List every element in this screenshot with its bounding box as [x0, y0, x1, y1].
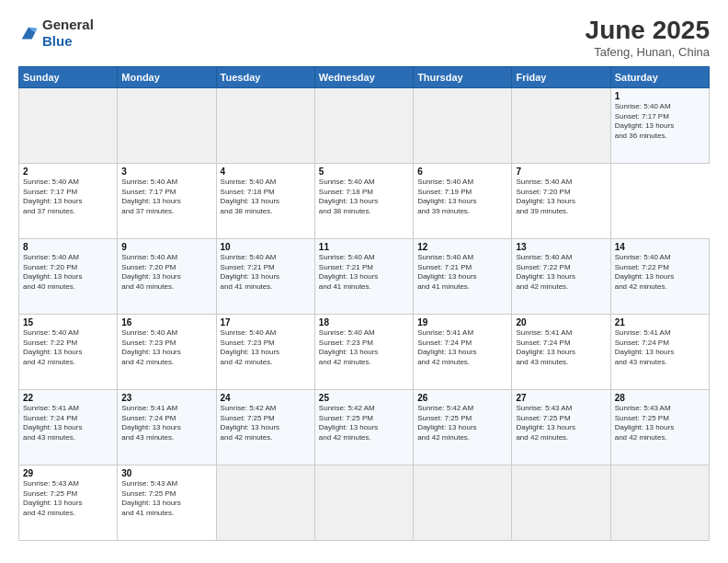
day-number: 24	[221, 393, 311, 403]
day-number: 6	[417, 167, 507, 177]
col-friday: Friday	[512, 66, 610, 87]
day-number: 13	[516, 242, 606, 252]
cell-0-3	[314, 87, 413, 163]
day-info: Sunrise: 5:43 AM Sunset: 7:25 PM Dayligh…	[121, 479, 211, 519]
cell-2-3: 11Sunrise: 5:40 AM Sunset: 7:21 PM Dayli…	[314, 238, 413, 314]
calendar-table: Sunday Monday Tuesday Wednesday Thursday…	[18, 66, 710, 541]
cell-4-6: 28Sunrise: 5:43 AM Sunset: 7:25 PM Dayli…	[610, 389, 709, 465]
col-monday: Monday	[118, 66, 216, 87]
day-info: Sunrise: 5:40 AM Sunset: 7:23 PM Dayligh…	[221, 328, 311, 368]
cell-4-2: 24Sunrise: 5:42 AM Sunset: 7:25 PM Dayli…	[216, 389, 314, 465]
week-row-6: 29Sunrise: 5:43 AM Sunset: 7:25 PM Dayli…	[19, 465, 710, 540]
day-number: 2	[23, 167, 113, 177]
cell-3-0: 15Sunrise: 5:40 AM Sunset: 7:22 PM Dayli…	[19, 314, 118, 389]
title-block: June 2025 Tafeng, Hunan, China	[586, 17, 710, 59]
day-number: 18	[319, 317, 409, 327]
cell-3-6: 21Sunrise: 5:41 AM Sunset: 7:24 PM Dayli…	[610, 314, 709, 389]
day-info: Sunrise: 5:41 AM Sunset: 7:24 PM Dayligh…	[417, 328, 507, 368]
day-info: Sunrise: 5:40 AM Sunset: 7:21 PM Dayligh…	[221, 253, 311, 293]
cell-2-0: 8Sunrise: 5:40 AM Sunset: 7:20 PM Daylig…	[19, 238, 118, 314]
logo-icon	[18, 23, 39, 43]
day-info: Sunrise: 5:40 AM Sunset: 7:21 PM Dayligh…	[319, 253, 409, 293]
day-info: Sunrise: 5:42 AM Sunset: 7:25 PM Dayligh…	[417, 404, 507, 443]
cell-2-6: 14Sunrise: 5:40 AM Sunset: 7:22 PM Dayli…	[610, 238, 709, 314]
day-number: 22	[23, 393, 113, 403]
day-number: 7	[516, 167, 606, 177]
cell-0-0	[19, 87, 118, 163]
day-number: 20	[516, 317, 606, 327]
cell-5-5	[512, 465, 610, 540]
day-number: 10	[221, 242, 311, 252]
day-number: 4	[221, 167, 311, 177]
logo: General Blue	[18, 17, 94, 50]
week-row-5: 22Sunrise: 5:41 AM Sunset: 7:24 PM Dayli…	[19, 389, 710, 465]
day-info: Sunrise: 5:40 AM Sunset: 7:20 PM Dayligh…	[23, 253, 113, 293]
header: General Blue June 2025 Tafeng, Hunan, Ch…	[18, 17, 710, 59]
cell-1-1: 3Sunrise: 5:40 AM Sunset: 7:17 PM Daylig…	[118, 163, 216, 238]
day-number: 9	[121, 242, 211, 252]
cell-3-4: 19Sunrise: 5:41 AM Sunset: 7:24 PM Dayli…	[414, 314, 512, 389]
cell-5-4	[414, 465, 512, 540]
day-info: Sunrise: 5:40 AM Sunset: 7:20 PM Dayligh…	[121, 253, 211, 293]
cell-4-4: 26Sunrise: 5:42 AM Sunset: 7:25 PM Dayli…	[414, 389, 512, 465]
day-number: 11	[319, 242, 409, 252]
col-thursday: Thursday	[414, 66, 512, 87]
cell-5-3	[314, 465, 413, 540]
cell-4-5: 27Sunrise: 5:43 AM Sunset: 7:25 PM Dayli…	[512, 389, 610, 465]
cell-1-5: 7Sunrise: 5:40 AM Sunset: 7:20 PM Daylig…	[512, 163, 610, 238]
day-number: 1	[615, 91, 705, 101]
calendar-body: 1Sunrise: 5:40 AM Sunset: 7:17 PM Daylig…	[19, 87, 710, 540]
logo-text: General Blue	[42, 17, 94, 50]
day-number: 17	[221, 317, 311, 327]
calendar-header-row: Sunday Monday Tuesday Wednesday Thursday…	[19, 66, 710, 87]
week-row-2: 2Sunrise: 5:40 AM Sunset: 7:17 PM Daylig…	[19, 163, 710, 238]
day-info: Sunrise: 5:41 AM Sunset: 7:24 PM Dayligh…	[615, 328, 705, 368]
col-wednesday: Wednesday	[314, 66, 413, 87]
day-number: 28	[615, 393, 705, 403]
page: General Blue June 2025 Tafeng, Hunan, Ch…	[0, 0, 728, 563]
day-info: Sunrise: 5:43 AM Sunset: 7:25 PM Dayligh…	[516, 404, 606, 443]
day-number: 27	[516, 393, 606, 403]
cell-1-3: 5Sunrise: 5:40 AM Sunset: 7:18 PM Daylig…	[314, 163, 413, 238]
day-number: 25	[319, 393, 409, 403]
day-number: 3	[121, 167, 211, 177]
day-info: Sunrise: 5:40 AM Sunset: 7:22 PM Dayligh…	[615, 253, 705, 293]
cell-5-6	[610, 465, 709, 540]
cell-0-5	[512, 87, 610, 163]
week-row-3: 8Sunrise: 5:40 AM Sunset: 7:20 PM Daylig…	[19, 238, 710, 314]
day-number: 15	[23, 317, 113, 327]
cell-1-0: 2Sunrise: 5:40 AM Sunset: 7:17 PM Daylig…	[19, 163, 118, 238]
day-number: 16	[121, 317, 211, 327]
day-info: Sunrise: 5:41 AM Sunset: 7:24 PM Dayligh…	[121, 404, 211, 443]
cell-1-2: 4Sunrise: 5:40 AM Sunset: 7:18 PM Daylig…	[216, 163, 314, 238]
col-tuesday: Tuesday	[216, 66, 314, 87]
day-info: Sunrise: 5:40 AM Sunset: 7:17 PM Dayligh…	[23, 178, 113, 217]
cell-0-1	[118, 87, 216, 163]
cell-0-4	[414, 87, 512, 163]
cell-2-2: 10Sunrise: 5:40 AM Sunset: 7:21 PM Dayli…	[216, 238, 314, 314]
day-number: 14	[615, 242, 705, 252]
cell-3-2: 17Sunrise: 5:40 AM Sunset: 7:23 PM Dayli…	[216, 314, 314, 389]
cell-5-1: 30Sunrise: 5:43 AM Sunset: 7:25 PM Dayli…	[118, 465, 216, 540]
day-info: Sunrise: 5:40 AM Sunset: 7:23 PM Dayligh…	[319, 328, 409, 368]
day-number: 29	[23, 468, 113, 478]
cell-2-1: 9Sunrise: 5:40 AM Sunset: 7:20 PM Daylig…	[118, 238, 216, 314]
cell-4-0: 22Sunrise: 5:41 AM Sunset: 7:24 PM Dayli…	[19, 389, 118, 465]
day-info: Sunrise: 5:43 AM Sunset: 7:25 PM Dayligh…	[615, 404, 705, 443]
day-info: Sunrise: 5:40 AM Sunset: 7:22 PM Dayligh…	[23, 328, 113, 368]
week-row-1: 1Sunrise: 5:40 AM Sunset: 7:17 PM Daylig…	[19, 87, 710, 163]
day-number: 23	[121, 393, 211, 403]
cell-5-0: 29Sunrise: 5:43 AM Sunset: 7:25 PM Dayli…	[19, 465, 118, 540]
main-title: June 2025	[586, 17, 710, 45]
cell-3-1: 16Sunrise: 5:40 AM Sunset: 7:23 PM Dayli…	[118, 314, 216, 389]
day-number: 19	[417, 317, 507, 327]
day-info: Sunrise: 5:40 AM Sunset: 7:18 PM Dayligh…	[221, 178, 311, 217]
day-info: Sunrise: 5:40 AM Sunset: 7:18 PM Dayligh…	[319, 178, 409, 217]
cell-1-4: 6Sunrise: 5:40 AM Sunset: 7:19 PM Daylig…	[414, 163, 512, 238]
day-info: Sunrise: 5:43 AM Sunset: 7:25 PM Dayligh…	[23, 479, 113, 519]
cell-3-3: 18Sunrise: 5:40 AM Sunset: 7:23 PM Dayli…	[314, 314, 413, 389]
cell-4-3: 25Sunrise: 5:42 AM Sunset: 7:25 PM Dayli…	[314, 389, 413, 465]
col-saturday: Saturday	[610, 66, 709, 87]
day-info: Sunrise: 5:40 AM Sunset: 7:22 PM Dayligh…	[516, 253, 606, 293]
day-info: Sunrise: 5:40 AM Sunset: 7:17 PM Dayligh…	[121, 178, 211, 217]
